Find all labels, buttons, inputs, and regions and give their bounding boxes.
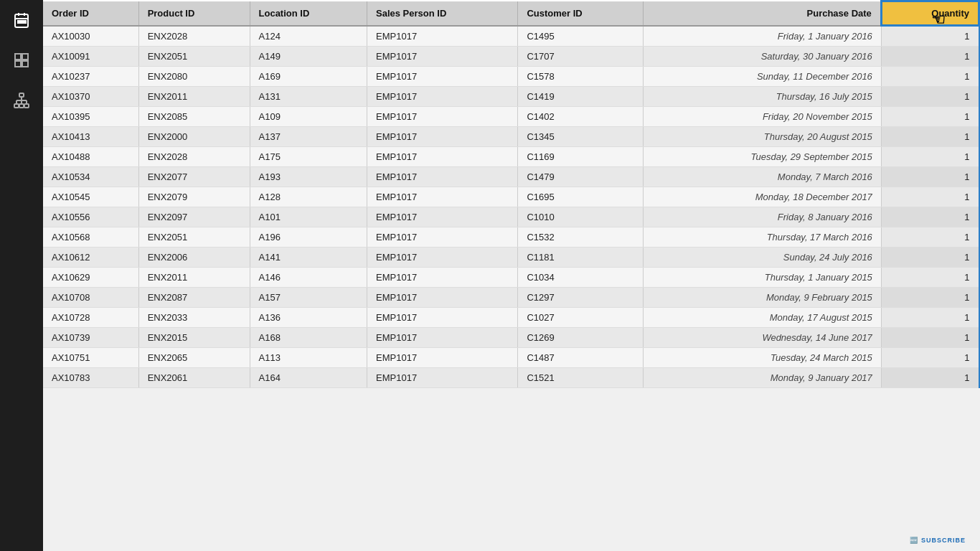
cell-quantity: 1 xyxy=(881,187,979,207)
table-row: AX10534ENX2077A193EMP1017C1479Monday, 7 … xyxy=(43,167,979,187)
cell-order-id: AX10237 xyxy=(43,67,138,87)
cell-location-id: A175 xyxy=(250,147,367,167)
cell-order-id: AX10091 xyxy=(43,47,138,67)
col-location-id[interactable]: Location ID xyxy=(250,1,367,26)
cell-product-id: ENX2028 xyxy=(138,26,250,47)
cell-purchase-date: Monday, 9 January 2017 xyxy=(644,368,882,388)
cell-quantity: 1 xyxy=(881,227,979,248)
cell-product-id: ENX2087 xyxy=(138,288,250,308)
table-row: AX10370ENX2011A131EMP1017C1419Thursday, … xyxy=(43,87,979,107)
cell-customer-id: C1181 xyxy=(518,248,644,268)
cell-quantity: 1 xyxy=(881,147,979,167)
col-order-id[interactable]: Order ID xyxy=(43,1,138,26)
table-row: AX10751ENX2065A113EMP1017C1487Tuesday, 2… xyxy=(43,348,979,368)
cell-sales-person_id: EMP1017 xyxy=(367,308,518,328)
svg-rect-5 xyxy=(21,21,23,23)
hierarchy-icon[interactable] xyxy=(9,88,34,113)
cell-order-id: AX10751 xyxy=(43,348,138,368)
cell-order-id: AX10370 xyxy=(43,87,138,107)
col-customer-id[interactable]: Customer ID xyxy=(518,1,644,26)
cell-quantity: 1 xyxy=(881,47,979,67)
cell-location-id: A169 xyxy=(250,67,367,87)
cell-customer-id: C1521 xyxy=(518,368,644,388)
cell-quantity: 1 xyxy=(881,248,979,268)
cell-purchase-date: Wednesday, 14 June 2017 xyxy=(644,328,882,348)
svg-rect-11 xyxy=(19,93,24,97)
grid-icon[interactable] xyxy=(9,47,34,73)
cell-order-id: AX10612 xyxy=(43,248,138,268)
table-container[interactable]: Order ID Product ID Location ID Sales Pe… xyxy=(43,0,980,551)
cell-purchase-date: Thursday, 1 January 2015 xyxy=(644,268,882,288)
sidebar xyxy=(0,0,43,551)
svg-rect-8 xyxy=(22,54,28,60)
cell-customer-id: C1707 xyxy=(518,47,644,67)
cell-customer-id: C1034 xyxy=(518,268,644,288)
cell-quantity: 1 xyxy=(881,207,979,227)
cell-product-id: ENX2051 xyxy=(138,47,250,67)
cell-location-id: A146 xyxy=(250,268,367,288)
cell-product-id: ENX2006 xyxy=(138,248,250,268)
cell-order-id: AX10395 xyxy=(43,107,138,127)
svg-rect-6 xyxy=(24,21,26,23)
cell-order-id: AX10413 xyxy=(43,127,138,147)
cell-quantity: 1 xyxy=(881,67,979,87)
col-quantity[interactable]: Quantity ☜ xyxy=(881,1,979,26)
cell-purchase-date: Friday, 20 November 2015 xyxy=(644,107,882,127)
table-row: AX10030ENX2028A124EMP1017C1495Friday, 1 … xyxy=(43,26,979,47)
cell-customer-id: C1578 xyxy=(518,67,644,87)
cell-location-id: A113 xyxy=(250,348,367,368)
cell-customer-id: C1402 xyxy=(518,107,644,127)
cell-product-id: ENX2011 xyxy=(138,87,250,107)
table-row: AX10488ENX2028A175EMP1017C1169Tuesday, 2… xyxy=(43,147,979,167)
cell-sales-person_id: EMP1017 xyxy=(367,368,518,388)
cell-customer-id: C1010 xyxy=(518,207,644,227)
col-purchase-date[interactable]: Purchase Date xyxy=(644,1,882,26)
cell-order-id: AX10556 xyxy=(43,207,138,227)
table-row: AX10612ENX2006A141EMP1017C1181Sunday, 24… xyxy=(43,248,979,268)
cell-purchase-date: Monday, 7 March 2016 xyxy=(644,167,882,187)
col-sales-person-id[interactable]: Sales Person ID xyxy=(367,1,518,26)
calendar-icon[interactable] xyxy=(9,7,34,33)
cell-sales-person_id: EMP1017 xyxy=(367,288,518,308)
cell-sales-person_id: EMP1017 xyxy=(367,268,518,288)
table-row: AX10708ENX2087A157EMP1017C1297Monday, 9 … xyxy=(43,288,979,308)
cell-product-id: ENX2065 xyxy=(138,348,250,368)
data-table: Order ID Product ID Location ID Sales Pe… xyxy=(43,0,980,388)
main-content: Order ID Product ID Location ID Sales Pe… xyxy=(43,0,980,551)
svg-rect-12 xyxy=(14,104,19,108)
table-row: AX10783ENX2061A164EMP1017C1521Monday, 9 … xyxy=(43,368,979,388)
cell-product-id: ENX2051 xyxy=(138,227,250,248)
cell-quantity: 1 xyxy=(881,288,979,308)
cell-location-id: A136 xyxy=(250,308,367,328)
cell-product-id: ENX2033 xyxy=(138,308,250,328)
cell-customer-id: C1532 xyxy=(518,227,644,248)
cell-customer-id: C1345 xyxy=(518,127,644,147)
cell-purchase-date: Thursday, 17 March 2016 xyxy=(644,227,882,248)
cell-quantity: 1 xyxy=(881,328,979,348)
cell-customer-id: C1495 xyxy=(518,26,644,47)
cell-sales-person_id: EMP1017 xyxy=(367,348,518,368)
cell-purchase-date: Friday, 1 January 2016 xyxy=(644,26,882,47)
col-product-id[interactable]: Product ID xyxy=(138,1,250,26)
cell-customer-id: C1169 xyxy=(518,147,644,167)
cell-location-id: A193 xyxy=(250,167,367,187)
table-row: AX10091ENX2051A149EMP1017C1707Saturday, … xyxy=(43,47,979,67)
cell-product-id: ENX2085 xyxy=(138,107,250,127)
svg-rect-10 xyxy=(22,61,28,67)
cell-order-id: AX10488 xyxy=(43,147,138,167)
cell-order-id: AX10030 xyxy=(43,26,138,47)
cell-location-id: A196 xyxy=(250,227,367,248)
cell-product-id: ENX2079 xyxy=(138,187,250,207)
cell-customer-id: C1419 xyxy=(518,87,644,107)
cell-sales-person_id: EMP1017 xyxy=(367,87,518,107)
cell-sales-person_id: EMP1017 xyxy=(367,328,518,348)
cell-location-id: A141 xyxy=(250,248,367,268)
table-row: AX10413ENX2000A137EMP1017C1345Thursday, … xyxy=(43,127,979,147)
cell-location-id: A124 xyxy=(250,26,367,47)
cell-order-id: AX10568 xyxy=(43,227,138,248)
cell-purchase-date: Monday, 17 August 2015 xyxy=(644,308,882,328)
cell-purchase-date: Friday, 8 January 2016 xyxy=(644,207,882,227)
cell-sales-person_id: EMP1017 xyxy=(367,167,518,187)
table-row: AX10237ENX2080A169EMP1017C1578Sunday, 11… xyxy=(43,67,979,87)
cell-purchase-date: Saturday, 30 January 2016 xyxy=(644,47,882,67)
